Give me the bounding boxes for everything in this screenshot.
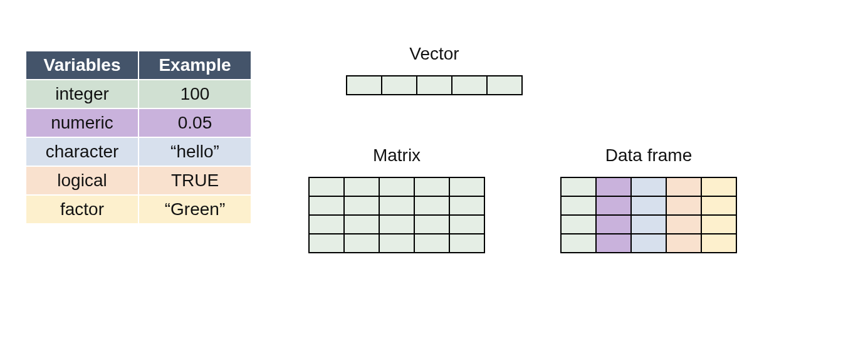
df-cell bbox=[666, 196, 701, 215]
table-row: factor “Green” bbox=[26, 195, 251, 224]
matrix-cell bbox=[414, 234, 449, 253]
df-cell bbox=[666, 234, 701, 253]
vector-cell bbox=[452, 76, 487, 95]
matrix-cell bbox=[309, 196, 344, 215]
df-cell bbox=[666, 177, 701, 196]
vector-label: Vector bbox=[409, 44, 459, 64]
df-cell bbox=[666, 215, 701, 234]
table-row: character “hello” bbox=[26, 137, 251, 166]
matrix-cell bbox=[379, 196, 414, 215]
df-cell bbox=[596, 234, 631, 253]
header-example: Example bbox=[139, 51, 251, 80]
matrix-cell bbox=[379, 234, 414, 253]
diagram-row-top: Vector bbox=[308, 44, 843, 95]
cell-variable: logical bbox=[26, 166, 139, 195]
matrix-cell bbox=[309, 177, 344, 196]
df-cell bbox=[631, 234, 666, 253]
table-row: numeric 0.05 bbox=[26, 108, 251, 137]
matrix-label: Matrix bbox=[373, 145, 421, 166]
matrix-cell bbox=[309, 234, 344, 253]
df-cell bbox=[701, 215, 736, 234]
cell-variable: numeric bbox=[26, 108, 139, 137]
variable-type-table: Variables Example integer 100 numeric 0.… bbox=[25, 50, 252, 224]
vector-cell bbox=[417, 76, 452, 95]
table-row: logical TRUE bbox=[26, 166, 251, 195]
matrix-cell bbox=[449, 177, 484, 196]
cell-variable: integer bbox=[26, 80, 139, 108]
table-header-row: Variables Example bbox=[26, 51, 251, 80]
cell-example: TRUE bbox=[139, 166, 251, 195]
vector-cell bbox=[487, 76, 522, 95]
df-cell bbox=[561, 177, 596, 196]
matrix-cell bbox=[344, 177, 379, 196]
matrix-cell bbox=[449, 234, 484, 253]
df-cell bbox=[596, 215, 631, 234]
df-cell bbox=[701, 196, 736, 215]
data-structure-diagrams: Vector Matrix Data frame bbox=[308, 44, 843, 253]
df-cell bbox=[631, 215, 666, 234]
cell-example: 100 bbox=[139, 80, 251, 108]
table-row: integer 100 bbox=[26, 80, 251, 108]
cell-example: “hello” bbox=[139, 137, 251, 166]
df-cell bbox=[631, 196, 666, 215]
matrix-cell bbox=[449, 196, 484, 215]
matrix-cell bbox=[309, 215, 344, 234]
matrix-cell bbox=[414, 196, 449, 215]
matrix-cell bbox=[344, 234, 379, 253]
df-cell bbox=[631, 177, 666, 196]
cell-variable: factor bbox=[26, 195, 139, 224]
df-cell bbox=[561, 196, 596, 215]
matrix-cell bbox=[344, 196, 379, 215]
matrix-cell bbox=[344, 215, 379, 234]
dataframe-grid-icon bbox=[560, 177, 737, 253]
dataframe-label: Data frame bbox=[605, 145, 693, 166]
diagram-row-bottom: Matrix Data frame bbox=[308, 145, 843, 253]
matrix-cell bbox=[449, 215, 484, 234]
df-cell bbox=[596, 196, 631, 215]
matrix-cell bbox=[379, 215, 414, 234]
df-cell bbox=[701, 234, 736, 253]
cell-example: “Green” bbox=[139, 195, 251, 224]
matrix-grid-icon bbox=[308, 177, 485, 253]
matrix-cell bbox=[414, 177, 449, 196]
cell-example: 0.05 bbox=[139, 108, 251, 137]
vector-cell bbox=[347, 76, 382, 95]
vector-cell bbox=[382, 76, 417, 95]
dataframe-diagram: Data frame bbox=[560, 145, 737, 253]
df-cell bbox=[701, 177, 736, 196]
matrix-diagram: Matrix bbox=[308, 145, 485, 253]
df-cell bbox=[596, 177, 631, 196]
vector-diagram: Vector bbox=[346, 44, 523, 95]
vector-grid-icon bbox=[346, 75, 523, 95]
cell-variable: character bbox=[26, 137, 139, 166]
df-cell bbox=[561, 215, 596, 234]
matrix-cell bbox=[379, 177, 414, 196]
matrix-cell bbox=[414, 215, 449, 234]
header-variables: Variables bbox=[26, 51, 139, 80]
variable-type-table-container: Variables Example integer 100 numeric 0.… bbox=[25, 50, 252, 224]
df-cell bbox=[561, 234, 596, 253]
